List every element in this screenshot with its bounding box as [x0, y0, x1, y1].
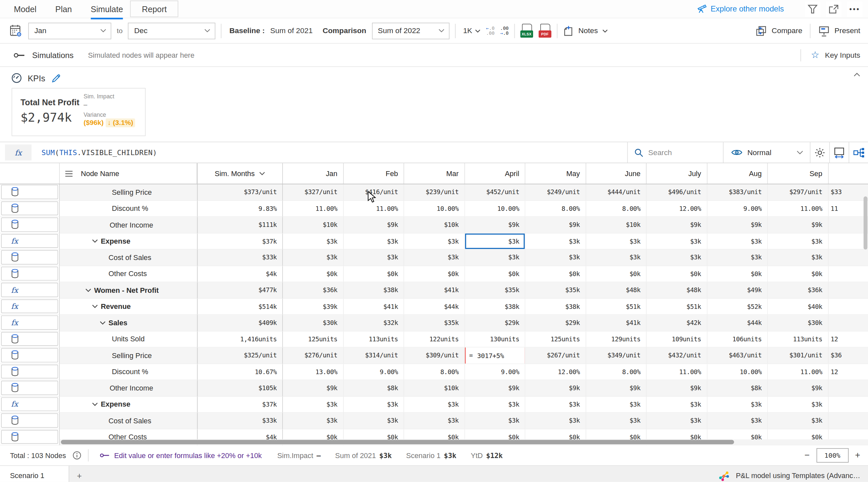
grid-cell[interactable]: $30k: [768, 315, 829, 331]
grid-cell[interactable]: $444/unit: [586, 184, 647, 201]
grid-cell[interactable]: $3k: [707, 250, 768, 266]
grid-cell[interactable]: 109units: [647, 331, 707, 348]
grid-cell[interactable]: $297/unit: [768, 184, 829, 201]
grid-cell[interactable]: 8.00%: [586, 364, 647, 380]
grid-cell[interactable]: $4k: [197, 266, 283, 282]
tab-plan[interactable]: Plan: [56, 0, 72, 18]
grid-cell[interactable]: $37k: [197, 396, 283, 413]
export-pdf-button[interactable]: PDF: [539, 24, 552, 38]
add-scenario-button[interactable]: +: [77, 471, 82, 480]
grid-cell[interactable]: $3k: [343, 233, 404, 250]
grid-cell[interactable]: 12.00%: [525, 364, 586, 380]
explore-other-models-link[interactable]: Explore other models: [697, 5, 784, 13]
grid-cell[interactable]: $452/unit: [465, 184, 526, 201]
popout-button[interactable]: [826, 1, 841, 17]
grid-cell[interactable]: $314/unit: [343, 348, 404, 364]
grid-cell[interactable]: $0k: [404, 266, 465, 282]
grid-cell[interactable]: $8k: [343, 380, 404, 396]
grid-cell[interactable]: $3k: [586, 250, 647, 266]
grid-cell[interactable]: $3k: [647, 413, 707, 429]
tab-simulate[interactable]: Simulate: [91, 0, 123, 19]
grid-cell[interactable]: $3k: [283, 396, 343, 413]
month-from-select[interactable]: Jan: [28, 22, 111, 39]
grid-cell[interactable]: $44k: [404, 298, 465, 315]
formula-input[interactable]: SUM(THIS.VISIBLE_CHILDREN): [42, 148, 157, 156]
grid-cell[interactable]: $105k: [197, 380, 283, 396]
horizontal-scrollbar-thumb[interactable]: [61, 440, 734, 445]
node-name-cell[interactable]: Cost of Sales: [60, 250, 197, 266]
grid-cell[interactable]: 125units: [525, 331, 586, 348]
grid-cell[interactable]: $3k: [283, 413, 343, 429]
column-header-april[interactable]: April: [465, 163, 526, 184]
horizontal-scrollbar-track[interactable]: [60, 439, 868, 445]
grid-cell[interactable]: $52k: [707, 298, 768, 315]
vertical-scrollbar[interactable]: [864, 196, 868, 250]
grid-cell[interactable]: $3k: [768, 250, 829, 266]
grid-cell[interactable]: $10k: [404, 217, 465, 233]
grid-cell[interactable]: $42k: [647, 315, 707, 331]
grid-cell[interactable]: $327/unit: [283, 184, 343, 201]
grid-cell[interactable]: $3k: [525, 233, 586, 250]
increase-decimal-button[interactable]: .00 →.0: [500, 26, 509, 35]
grid-settings-button[interactable]: [810, 142, 829, 163]
grid-cell[interactable]: $3k: [404, 250, 465, 266]
column-header-blank-12[interactable]: [828, 163, 868, 184]
grid-cell[interactable]: $39k: [283, 298, 343, 315]
grid-cell[interactable]: $29k: [465, 315, 526, 331]
grid-cell[interactable]: $416/unit: [343, 184, 404, 201]
grid-cell[interactable]: $9k: [647, 217, 707, 233]
kpi-card[interactable]: Total Net Profit $2,974k Sim. Impact – V…: [11, 88, 145, 136]
grid-cell[interactable]: $3k: [343, 250, 404, 266]
grid-cell[interactable]: [828, 217, 868, 233]
grid-cell[interactable]: $3k: [404, 233, 465, 250]
grid-cell[interactable]: 8.00%: [404, 364, 465, 380]
grid-cell[interactable]: 129units: [586, 331, 647, 348]
present-button[interactable]: Present: [818, 25, 860, 36]
grid-cell[interactable]: $249/unit: [525, 184, 586, 201]
grid-cell[interactable]: $3k: [586, 413, 647, 429]
grid-cell[interactable]: 8.00%: [525, 201, 586, 217]
grid-cell[interactable]: $3k: [283, 250, 343, 266]
grid-cell[interactable]: $35k: [525, 282, 586, 299]
grid-cell[interactable]: $3k: [465, 250, 526, 266]
grid-cell[interactable]: $463/unit: [707, 348, 768, 364]
grid-cell[interactable]: $9k: [586, 380, 647, 396]
grid-cell[interactable]: $3k: [707, 413, 768, 429]
key-inputs-button[interactable]: Key Inputs: [825, 51, 861, 59]
node-name-cell[interactable]: Other Income: [60, 217, 197, 233]
grid-cell[interactable]: [828, 298, 868, 315]
column-header-may[interactable]: May: [525, 163, 586, 184]
column-header-sep[interactable]: Sep: [768, 163, 829, 184]
decrease-decimal-button[interactable]: ←←.0.0 .00: [486, 26, 495, 35]
grid-cell[interactable]: $9k: [343, 217, 404, 233]
column-width-button[interactable]: [829, 142, 849, 163]
grid-cell[interactable]: [828, 413, 868, 429]
node-name-cell[interactable]: Units Sold: [60, 331, 197, 348]
grid-cell[interactable]: $3k: [343, 396, 404, 413]
notes-button[interactable]: Notes: [563, 25, 608, 36]
zoom-level[interactable]: 100%: [816, 448, 848, 463]
grid-cell[interactable]: $38k: [525, 298, 586, 315]
grid-cell[interactable]: 113units: [343, 331, 404, 348]
grid-cell[interactable]: $9k: [525, 217, 586, 233]
node-name-cell[interactable]: Other Income: [60, 380, 197, 396]
grid-cell[interactable]: $3k: [647, 250, 707, 266]
grid-cell[interactable]: $38k: [343, 282, 404, 299]
grid-cell[interactable]: $0k: [465, 266, 526, 282]
grid-cell[interactable]: $9k: [465, 217, 526, 233]
grid-cell[interactable]: $0k: [647, 266, 707, 282]
grid-cell[interactable]: 11.00%: [283, 201, 343, 217]
grid-cell[interactable]: [828, 396, 868, 413]
grid-cell[interactable]: 9.00%: [707, 201, 768, 217]
grid-cell[interactable]: 122units: [404, 331, 465, 348]
grid-cell[interactable]: $3k: [768, 413, 829, 429]
grid-cell[interactable]: $0k: [586, 266, 647, 282]
column-header-feb[interactable]: Feb: [343, 163, 404, 184]
grid-cell[interactable]: 11.00%: [647, 364, 707, 380]
grid-cell[interactable]: $309/unit: [404, 348, 465, 364]
grid-cell[interactable]: $0k: [707, 266, 768, 282]
formula-edit-box[interactable]: =3017+5%: [465, 348, 526, 364]
grid-cell[interactable]: 12.00%: [647, 201, 707, 217]
collapse-kpis-chevron[interactable]: [854, 72, 860, 77]
node-name-cell[interactable]: Revenue: [60, 298, 197, 315]
